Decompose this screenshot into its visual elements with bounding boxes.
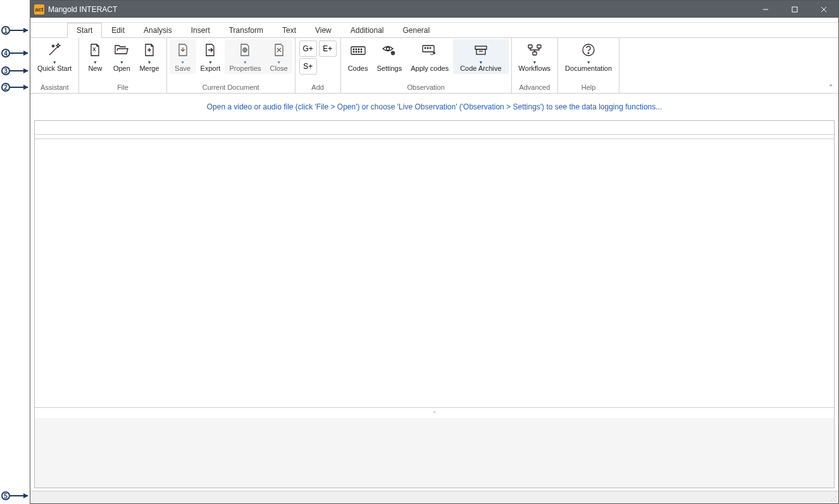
tab-start[interactable]: Start <box>67 23 102 38</box>
document-main-panel[interactable] <box>35 138 834 408</box>
arrow-icon <box>10 495 28 496</box>
svg-point-22 <box>358 51 359 52</box>
add-g-button[interactable]: G+ <box>299 40 317 57</box>
new-button[interactable]: ▼ New <box>82 39 108 74</box>
quick-access-bar <box>30 18 838 23</box>
workflows-button[interactable]: ▼ Workflows <box>514 39 556 74</box>
folder-open-icon <box>113 41 130 59</box>
arrow-icon <box>10 87 28 88</box>
wand-icon <box>46 41 63 59</box>
minimize-icon <box>762 6 769 13</box>
document-footer-panel <box>35 418 834 488</box>
button-label: Quick Start <box>37 65 71 72</box>
tab-text[interactable]: Text <box>273 23 306 38</box>
svg-point-18 <box>358 49 359 50</box>
tab-label: Text <box>282 26 296 35</box>
svg-rect-34 <box>528 45 532 48</box>
group-label: Current Document <box>170 82 292 93</box>
group-label: File <box>82 82 163 93</box>
button-label: S+ <box>303 62 313 71</box>
tab-view[interactable]: View <box>306 23 341 38</box>
export-icon <box>201 41 219 59</box>
ribbon: ▼ Quick Start Assistant ▼ New <box>30 38 838 94</box>
tab-general[interactable]: General <box>394 23 440 38</box>
svg-point-30 <box>430 47 431 49</box>
svg-rect-32 <box>476 49 485 54</box>
svg-rect-15 <box>351 47 365 54</box>
svg-point-19 <box>361 49 362 50</box>
tab-label: View <box>315 26 332 35</box>
arrow-icon <box>10 70 28 71</box>
ribbon-group-current-document: ▼ Save ▼ Export ▼ Properties <box>167 38 295 93</box>
ribbon-tabstrip: Start Edit Analysis Insert Transform Tex… <box>30 23 838 38</box>
tab-label: Transform <box>229 26 263 35</box>
settings-button[interactable]: Settings <box>372 39 406 74</box>
tab-insert[interactable]: Insert <box>182 23 220 38</box>
button-label: Close <box>270 65 288 72</box>
new-file-icon <box>86 41 104 59</box>
resize-grip-icon[interactable]: ⋰ <box>831 496 836 502</box>
minimize-button[interactable] <box>751 1 780 18</box>
tab-analysis[interactable]: Analysis <box>134 23 182 38</box>
annotation-strip: 1 4 3 2 5 <box>0 0 30 504</box>
content-area: Open a video or audio file (click 'File … <box>30 94 838 491</box>
merge-button[interactable]: ▼ Merge <box>135 39 163 74</box>
add-e-button[interactable]: E+ <box>319 40 337 57</box>
button-label: Documentation <box>565 65 612 72</box>
svg-point-23 <box>361 51 362 52</box>
window-title: Mangold INTERACT <box>48 5 751 14</box>
save-button[interactable]: ▼ Save <box>170 39 196 74</box>
tab-label: Analysis <box>144 26 172 35</box>
window-controls <box>751 1 838 18</box>
annotation-number: 3 <box>1 66 10 75</box>
ribbon-group-file: ▼ New ▼ Open ▼ Merge F <box>79 38 166 93</box>
ribbon-group-observation: Codes Settings Apply codes <box>341 38 512 93</box>
svg-point-16 <box>353 49 354 50</box>
open-button[interactable]: ▼ Open <box>108 39 135 74</box>
svg-point-8 <box>244 49 245 51</box>
ribbon-collapse-button[interactable]: ⌃ <box>828 83 833 90</box>
button-label: Properties <box>229 65 261 72</box>
close-doc-button[interactable]: ▼ Close <box>266 39 292 74</box>
horizontal-splitter[interactable]: ° <box>35 412 834 418</box>
codes-button[interactable]: Codes <box>344 39 373 74</box>
annotation-2: 2 <box>1 83 28 92</box>
document-header-bar <box>35 121 834 135</box>
titlebar: act Mangold INTERACT <box>30 1 838 18</box>
svg-rect-31 <box>475 46 487 49</box>
apply-codes-icon <box>421 41 438 59</box>
chevron-up-icon: ⌃ <box>828 83 833 90</box>
ribbon-group-advanced: ▼ Workflows Advanced <box>512 38 559 93</box>
tab-label: Start <box>77 26 92 35</box>
close-doc-icon <box>270 41 288 59</box>
tab-edit[interactable]: Edit <box>102 23 134 38</box>
svg-point-28 <box>425 47 426 49</box>
button-label: Apply codes <box>411 65 449 72</box>
svg-point-24 <box>387 47 390 51</box>
documentation-button[interactable]: ▼ Documentation <box>561 39 616 74</box>
svg-point-17 <box>356 49 357 50</box>
svg-rect-35 <box>537 45 541 48</box>
tab-label: Additional <box>351 26 384 35</box>
svg-rect-36 <box>533 52 537 55</box>
quick-start-button[interactable]: ▼ Quick Start <box>33 39 76 74</box>
apply-codes-button[interactable]: Apply codes <box>406 39 453 74</box>
close-button[interactable] <box>809 1 838 18</box>
group-label: Advanced <box>514 82 556 93</box>
svg-point-26 <box>392 52 394 54</box>
code-archive-button[interactable]: ▼ Code Archive <box>453 39 508 74</box>
annotation-1: 1 <box>1 26 28 35</box>
tab-additional[interactable]: Additional <box>341 23 394 38</box>
add-s-button[interactable]: S+ <box>299 58 317 75</box>
ribbon-group-help: ▼ Documentation Help <box>558 38 619 93</box>
close-icon <box>821 6 827 13</box>
svg-line-4 <box>49 46 58 55</box>
button-label: E+ <box>323 44 332 53</box>
app-window: act Mangold INTERACT Start Edit Analysis… <box>30 0 839 504</box>
properties-button[interactable]: ▼ Properties <box>225 39 265 74</box>
hint-message: Open a video or audio file (click 'File … <box>30 94 838 120</box>
arrow-icon <box>10 30 28 31</box>
export-button[interactable]: ▼ Export <box>196 39 225 74</box>
tab-transform[interactable]: Transform <box>220 23 273 38</box>
maximize-button[interactable] <box>780 1 809 18</box>
